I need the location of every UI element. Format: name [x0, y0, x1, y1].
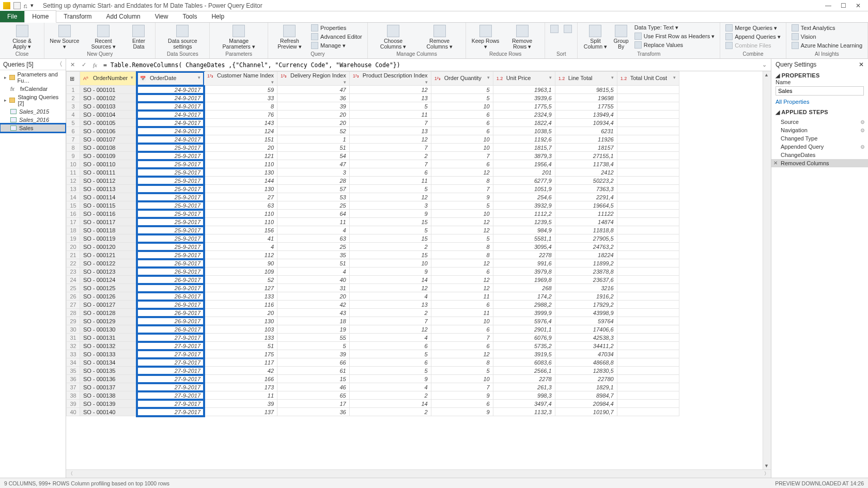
cell[interactable]: 116 — [204, 301, 277, 309]
cell[interactable]: 7 — [431, 152, 493, 160]
cell[interactable]: 39 — [204, 400, 277, 408]
cell[interactable]: SO - 000135 — [80, 367, 137, 375]
cell[interactable]: 5 — [349, 185, 431, 193]
cell[interactable]: 1916,2 — [555, 292, 617, 301]
cell[interactable]: 14874 — [555, 218, 617, 226]
cell[interactable] — [617, 301, 679, 309]
cell[interactable]: SO - 000112 — [80, 177, 137, 185]
cell[interactable]: 4 — [204, 243, 277, 251]
cell[interactable]: 3919,5 — [493, 350, 555, 358]
cell[interactable]: 19 — [277, 325, 350, 334]
row-number[interactable]: 21 — [67, 251, 80, 259]
cell[interactable]: SO - 000126 — [80, 292, 137, 301]
cell[interactable] — [617, 400, 679, 408]
cell[interactable]: 6 — [349, 342, 431, 350]
cell[interactable] — [617, 127, 679, 135]
cell[interactable]: 2412 — [555, 168, 617, 177]
formula-cancel-icon[interactable]: ✕ — [68, 61, 76, 69]
row-number[interactable]: 37 — [67, 383, 80, 391]
cell[interactable]: 3216 — [555, 284, 617, 292]
cell[interactable]: SO - 000140 — [80, 408, 137, 416]
cell[interactable]: 17929,2 — [555, 301, 617, 309]
cell[interactable]: 24-9-2017 — [137, 127, 204, 135]
cell[interactable]: 1822,4 — [493, 119, 555, 127]
row-number[interactable]: 32 — [67, 342, 80, 350]
cell[interactable]: 25-9-2017 — [137, 160, 204, 168]
cell[interactable]: 4 — [349, 334, 431, 342]
cell[interactable]: 25-9-2017 — [137, 185, 204, 193]
cell[interactable]: SO - 000123 — [80, 267, 137, 276]
row-number[interactable]: 34 — [67, 358, 80, 367]
vertical-scrollbar[interactable]: ▲ ▼ — [763, 71, 771, 469]
cell[interactable]: 27155,1 — [555, 152, 617, 160]
cell[interactable]: 3 — [349, 201, 431, 210]
cell[interactable]: 8984,7 — [555, 391, 617, 400]
cell[interactable]: 109 — [204, 267, 277, 276]
cell[interactable]: 8 — [204, 102, 277, 111]
cell[interactable]: 28 — [277, 177, 350, 185]
cell[interactable]: 6 — [431, 301, 493, 309]
cell[interactable]: 33 — [204, 94, 277, 102]
cell[interactable]: 47034 — [555, 350, 617, 358]
keep-rows-button[interactable]: Keep Rows ▾ — [469, 24, 502, 51]
cell[interactable]: 4 — [277, 226, 350, 234]
cell[interactable]: 23637,6 — [555, 276, 617, 284]
cell[interactable]: 12 — [349, 193, 431, 201]
cell[interactable]: SO - 000115 — [80, 201, 137, 210]
cell[interactable] — [617, 276, 679, 284]
cell[interactable]: 26-9-2017 — [137, 284, 204, 292]
cell[interactable]: 7 — [349, 160, 431, 168]
cell[interactable]: 9 — [431, 193, 493, 201]
cell[interactable]: 110 — [204, 160, 277, 168]
cell[interactable]: 2291,4 — [555, 193, 617, 201]
query-item[interactable]: Sales — [0, 124, 66, 132]
cell[interactable]: 66 — [277, 358, 350, 367]
cell[interactable] — [617, 408, 679, 416]
cell[interactable]: 13 — [349, 94, 431, 102]
cell[interactable]: 52 — [277, 127, 350, 135]
maximize-button[interactable]: ☐ — [841, 2, 846, 9]
cell[interactable]: 5 — [349, 102, 431, 111]
cell[interactable] — [617, 391, 679, 400]
cell[interactable]: 7363,3 — [555, 185, 617, 193]
cell[interactable]: 3497,4 — [493, 400, 555, 408]
row-number-header[interactable]: ⊞ — [67, 72, 80, 86]
tab-view[interactable]: View — [148, 11, 176, 22]
cell[interactable]: 15 — [349, 218, 431, 226]
recent-sources-button[interactable]: Recent Sources ▾ — [83, 24, 125, 51]
cell[interactable]: 40 — [277, 276, 350, 284]
cell[interactable]: SO - 000139 — [80, 400, 137, 408]
cell[interactable]: 127 — [204, 284, 277, 292]
cell[interactable] — [617, 267, 679, 276]
row-number[interactable]: 39 — [67, 400, 80, 408]
cell[interactable]: 3879,3 — [493, 152, 555, 160]
cell[interactable]: 19664,5 — [555, 201, 617, 210]
cell[interactable] — [617, 185, 679, 193]
cell[interactable]: SO - 000106 — [80, 127, 137, 135]
cell[interactable]: 20 — [277, 119, 350, 127]
sort-desc-button[interactable] — [562, 24, 574, 35]
query-item[interactable]: Sales_2016 — [0, 116, 66, 124]
applied-step[interactable]: Appended Query⚙ — [771, 143, 868, 151]
cell[interactable]: 254,6 — [493, 193, 555, 201]
row-number[interactable]: 13 — [67, 185, 80, 193]
row-number[interactable]: 40 — [67, 408, 80, 416]
sort-asc-button[interactable] — [548, 24, 561, 35]
gear-icon[interactable]: ⚙ — [860, 128, 865, 133]
cell[interactable] — [617, 135, 679, 144]
cell[interactable]: 31 — [277, 284, 350, 292]
cell[interactable]: 156 — [204, 226, 277, 234]
cell[interactable]: 11738,4 — [555, 160, 617, 168]
cell[interactable]: SO - 000120 — [80, 243, 137, 251]
row-number[interactable]: 14 — [67, 193, 80, 201]
row-number[interactable]: 38 — [67, 391, 80, 400]
cell[interactable]: 1 — [277, 135, 350, 144]
cell[interactable]: 10 — [431, 210, 493, 218]
cell[interactable]: 64 — [277, 210, 350, 218]
all-properties-link[interactable]: All Properties — [776, 99, 809, 105]
cell[interactable] — [617, 317, 679, 325]
cell[interactable] — [617, 367, 679, 375]
cell[interactable]: 20 — [277, 292, 350, 301]
row-number[interactable]: 20 — [67, 243, 80, 251]
cell[interactable]: 137 — [204, 408, 277, 416]
